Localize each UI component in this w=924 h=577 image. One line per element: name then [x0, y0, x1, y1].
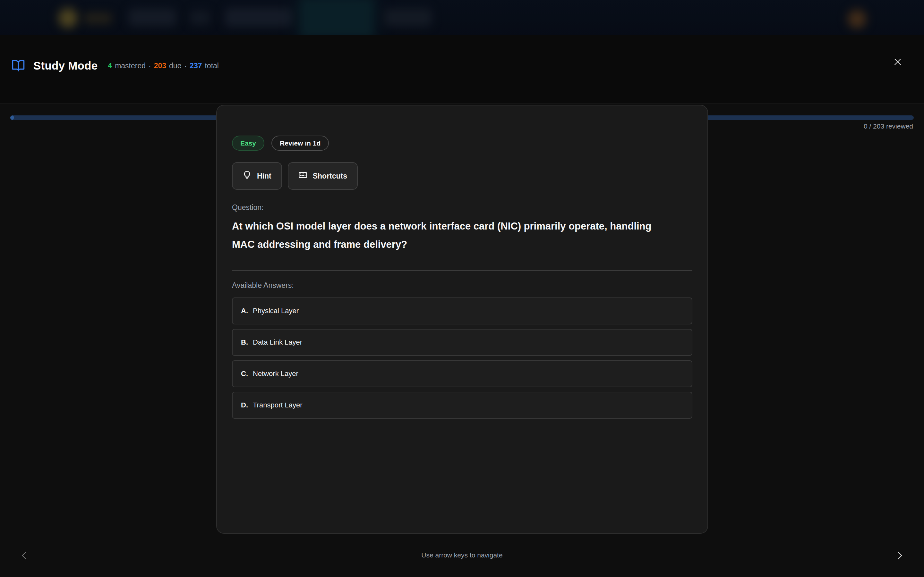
- open-book-icon: [11, 59, 25, 73]
- next-card-button[interactable]: [891, 547, 909, 565]
- lightbulb-icon: [242, 171, 252, 181]
- answer-text: Physical Layer: [253, 307, 299, 315]
- answers-label: Available Answers:: [232, 281, 692, 290]
- total-label: total: [205, 61, 218, 70]
- close-button[interactable]: [889, 54, 906, 71]
- card-divider: [232, 270, 692, 271]
- flashcard: Easy Review in 1d Hint Shortcuts Questio…: [216, 105, 708, 534]
- question-text: At which OSI model layer does a network …: [232, 217, 659, 253]
- chevron-right-icon: [895, 551, 905, 561]
- question-label: Question:: [232, 203, 692, 212]
- keyboard-navigation-hint: Use arrow keys to navigate: [0, 551, 924, 559]
- badge-row: Easy Review in 1d: [232, 135, 692, 151]
- background-top-nav: [0, 0, 924, 35]
- button-row: Hint Shortcuts: [232, 162, 692, 190]
- answer-letter: D.: [241, 401, 248, 409]
- difficulty-badge: Easy: [232, 135, 264, 151]
- shortcuts-button[interactable]: Shortcuts: [288, 162, 358, 190]
- close-icon: [893, 57, 903, 68]
- due-count: 203: [154, 61, 166, 70]
- answer-text: Network Layer: [253, 370, 298, 378]
- due-label: due: [169, 61, 181, 70]
- total-count: 237: [190, 61, 202, 70]
- shortcuts-button-label: Shortcuts: [313, 172, 347, 181]
- study-mode-header: Study Mode 4 mastered · 203 due · 237 to…: [0, 35, 924, 104]
- study-stats: 4 mastered · 203 due · 237 total: [108, 61, 219, 70]
- footer-nav: Use arrow keys to navigate: [0, 542, 924, 571]
- progress-bar-fill: [10, 115, 14, 120]
- answer-letter: A.: [241, 307, 248, 315]
- mastered-count: 4: [108, 61, 112, 70]
- page-title: Study Mode: [33, 59, 97, 72]
- review-schedule-badge: Review in 1d: [271, 135, 329, 151]
- answer-option-a[interactable]: A. Physical Layer: [232, 298, 692, 324]
- answer-option-c[interactable]: C. Network Layer: [232, 360, 692, 387]
- answers-list: A. Physical Layer B. Data Link Layer C. …: [232, 298, 692, 419]
- stats-separator: ·: [149, 61, 151, 70]
- hint-button[interactable]: Hint: [232, 162, 282, 190]
- modal-backdrop: [0, 0, 924, 35]
- answer-letter: C.: [241, 370, 248, 378]
- mastered-label: mastered: [115, 61, 145, 70]
- keyboard-icon: [298, 171, 307, 181]
- hint-button-label: Hint: [257, 172, 271, 181]
- answer-option-b[interactable]: B. Data Link Layer: [232, 329, 692, 356]
- answer-letter: B.: [241, 338, 248, 347]
- stats-separator: ·: [184, 61, 187, 70]
- reviewed-count: 0 / 203 reviewed: [864, 122, 913, 130]
- answer-text: Transport Layer: [253, 401, 302, 409]
- answer-text: Data Link Layer: [253, 338, 302, 347]
- answer-option-d[interactable]: D. Transport Layer: [232, 392, 692, 419]
